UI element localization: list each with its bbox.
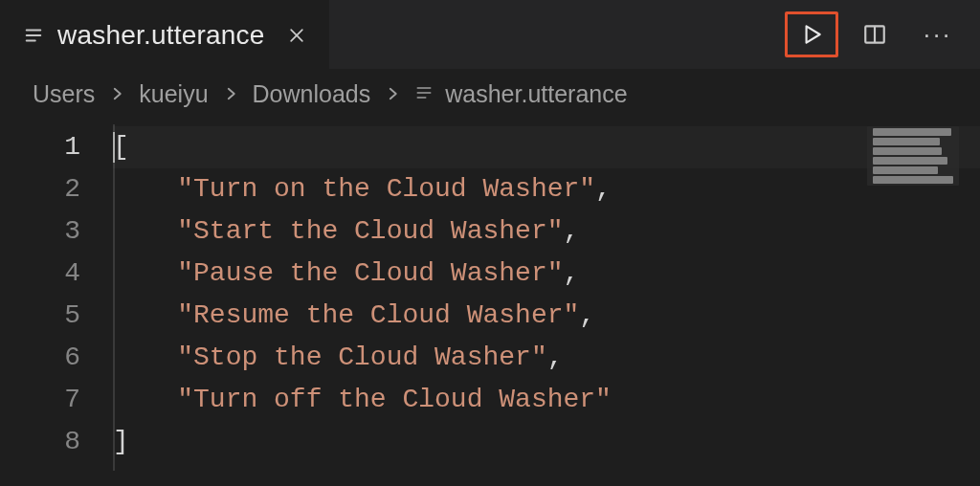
gutter: 12345678 [0,119,113,486]
code-line[interactable]: "Start the Cloud Washer", [113,210,980,253]
breadcrumb-segment[interactable]: kueiyu [139,80,208,108]
line-number: 6 [0,337,113,379]
breadcrumb-file[interactable]: washer.utterance [414,80,627,108]
text-cursor [113,132,115,163]
chevron-right-icon [216,85,245,102]
line-number: 2 [0,168,113,210]
breadcrumb[interactable]: Users kueiyu Downloads washer.utterance [0,69,980,119]
tab-bar: washer.utterance ··· [0,0,980,69]
line-number: 3 [0,210,113,253]
file-lines-icon [414,80,434,108]
tab-title: washer.utterance [57,20,264,51]
more-actions-button[interactable]: ··· [911,11,965,57]
breadcrumb-filename: washer.utterance [445,80,627,108]
run-button[interactable] [785,11,838,57]
tab-active[interactable]: washer.utterance [0,0,329,69]
breadcrumb-segment[interactable]: Downloads [253,80,371,108]
code-line[interactable]: "Turn on the Cloud Washer", [113,168,980,210]
code-line[interactable]: [ [113,126,980,168]
code-line[interactable]: "Turn off the Cloud Washer" [113,379,980,421]
line-number: 5 [0,295,113,337]
chevron-right-icon [102,85,131,102]
code-line[interactable]: "Stop the Cloud Washer", [113,337,980,379]
file-lines-icon [23,25,44,46]
split-editor-button[interactable] [848,11,902,57]
code-line[interactable]: ] [113,421,980,463]
tab-close-button[interactable] [283,22,310,49]
code-area[interactable]: [ "Turn on the Cloud Washer", "Start the… [113,119,980,486]
chevron-right-icon [378,85,407,102]
minimap[interactable] [867,126,959,186]
line-number: 1 [0,126,113,168]
code-line[interactable]: "Resume the Cloud Washer", [113,295,980,337]
breadcrumb-segment[interactable]: Users [33,80,95,108]
tab-actions: ··· [785,0,965,69]
line-number: 8 [0,421,113,463]
line-number: 4 [0,253,113,295]
ellipsis-icon: ··· [924,22,953,47]
code-line[interactable]: "Pause the Cloud Washer", [113,253,980,295]
editor[interactable]: 12345678 [ "Turn on the Cloud Washer", "… [0,119,980,486]
svg-marker-5 [807,26,820,42]
line-number: 7 [0,379,113,421]
